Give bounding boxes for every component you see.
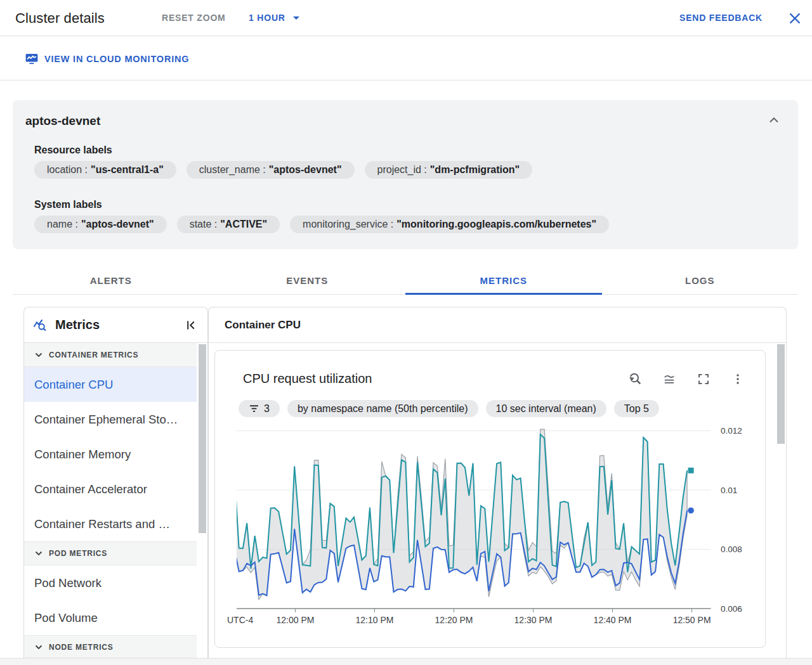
cpu-utilization-chart: 0.0060.0080.010.01212:00 PM12:10 PM12:20… xyxy=(215,351,766,649)
metric-content-panel: Container CPU CPU request utilization xyxy=(208,307,787,658)
x-axis-label: 12:10 PM xyxy=(356,615,394,625)
label-chip-name: name :"aptos-devnet" xyxy=(34,216,167,233)
minmax-band xyxy=(235,429,688,600)
metric-content-title: Container CPU xyxy=(225,319,301,332)
page-title: Cluster details xyxy=(15,10,105,27)
chevron-down-icon xyxy=(34,549,43,558)
time-range-dropdown[interactable]: 1 HOUR xyxy=(249,0,299,36)
metrics-item[interactable]: Container Restarts and … xyxy=(24,507,197,541)
label-chip-cluster_name: cluster_name :"aptos-devnet" xyxy=(187,161,355,179)
metrics-sidebar-header: Metrics xyxy=(24,307,207,343)
metrics-section-label: NODE METRICS xyxy=(49,643,114,652)
monitoring-link-row: VIEW IN CLOUD MONITORING xyxy=(0,37,812,81)
label-chip-value: "ACTIVE" xyxy=(220,219,267,230)
label-chip-key: name : xyxy=(47,219,78,230)
y-axis-label: 0.006 xyxy=(721,604,742,614)
view-in-cloud-monitoring-label: VIEW IN CLOUD MONITORING xyxy=(44,54,189,64)
label-chips-row: location :"us-central1-a"cluster_name :"… xyxy=(34,161,532,179)
x-axis-label: 12:00 PM xyxy=(277,615,315,625)
metrics-item[interactable]: Container Memory xyxy=(24,437,197,472)
send-feedback-button[interactable]: SEND FEEDBACK xyxy=(679,0,763,36)
metrics-sidebar-title: Metrics xyxy=(55,318,100,332)
metrics-section-header[interactable]: CONTAINER METRICS xyxy=(24,343,197,367)
x-axis-label: 12:20 PM xyxy=(435,615,473,625)
collapse-sidebar-button[interactable] xyxy=(184,318,198,332)
label-chip-key: monitoring_service : xyxy=(303,219,393,230)
label-chip-monitoring_service: monitoring_service :"monitoring.googleap… xyxy=(290,216,609,233)
label-chip-value: "dm-pcfmigration" xyxy=(430,164,520,176)
label-chip-value: "aptos-devnet" xyxy=(269,164,342,176)
collapse-card-button[interactable] xyxy=(766,113,782,128)
label-chip-value: "aptos-devnet" xyxy=(81,219,154,230)
x-axis-timezone-label: UTC-4 xyxy=(227,615,253,625)
metrics-sidebar: Metrics CONTAINER METRICSContainer CPUCo… xyxy=(23,307,208,658)
page-bottom-strip xyxy=(0,658,812,665)
series-end-marker-square xyxy=(688,468,694,474)
chevron-down-icon xyxy=(34,643,43,652)
cluster-name: aptos-devnet xyxy=(25,114,100,128)
x-axis-label: 12:30 PM xyxy=(514,615,553,625)
metrics-item[interactable]: Container Ephemeral Sto… xyxy=(24,402,197,437)
caret-down-icon xyxy=(293,16,299,20)
label-chip-key: cluster_name : xyxy=(199,164,266,176)
metrics-section-header[interactable]: NODE METRICS xyxy=(24,635,197,658)
metrics-item[interactable]: Pod Volume xyxy=(24,600,197,635)
y-axis-label: 0.01 xyxy=(721,486,737,495)
metrics-section-label: POD METRICS xyxy=(49,549,107,558)
close-icon xyxy=(787,10,803,27)
collapse-panel-icon xyxy=(184,318,198,332)
x-axis-label: 12:50 PM xyxy=(673,615,711,625)
label-chip-key: location : xyxy=(47,164,88,176)
y-axis-label: 0.012 xyxy=(721,426,742,436)
metrics-section-label: CONTAINER METRICS xyxy=(49,351,138,359)
metrics-explorer-icon xyxy=(32,318,48,333)
time-range-label: 1 HOUR xyxy=(249,13,285,23)
x-axis-label: 12:40 PM xyxy=(594,615,632,625)
tab-events[interactable]: EVENTS xyxy=(209,266,406,294)
label-chips-row: name :"aptos-devnet"state :"ACTIVE"monit… xyxy=(34,216,609,233)
label-group-title: System labels xyxy=(34,199,102,210)
tab-bar: ALERTSEVENTSMETRICSLOGS xyxy=(13,266,798,295)
cluster-summary-card: aptos-devnet Resource labelslocation :"u… xyxy=(13,100,798,249)
metrics-item[interactable]: Pod Network xyxy=(24,565,197,600)
monitoring-chart-icon xyxy=(25,53,38,65)
close-button[interactable] xyxy=(787,10,803,27)
tab-metrics[interactable]: METRICS xyxy=(405,266,602,294)
top-bar: Cluster details RESET ZOOM 1 HOUR SEND F… xyxy=(0,0,812,36)
label-chip-project_id: project_id :"dm-pcfmigration" xyxy=(365,161,533,179)
label-chip-state: state :"ACTIVE" xyxy=(177,216,280,233)
label-chip-value: "us-central1-a" xyxy=(91,164,164,176)
reset-zoom-button[interactable]: RESET ZOOM xyxy=(162,0,226,36)
cluster-details-page: Cluster details RESET ZOOM 1 HOUR SEND F… xyxy=(0,0,812,665)
metric-content-header: Container CPU xyxy=(209,307,786,343)
label-chip-location: location :"us-central1-a" xyxy=(34,161,176,179)
label-chip-key: project_id : xyxy=(377,164,427,176)
chevron-down-icon xyxy=(34,351,43,359)
view-in-cloud-monitoring-link[interactable]: VIEW IN CLOUD MONITORING xyxy=(25,37,189,81)
tab-logs[interactable]: LOGS xyxy=(602,266,799,294)
label-group-title: Resource labels xyxy=(34,145,112,156)
tab-alerts[interactable]: ALERTS xyxy=(13,266,209,294)
metrics-item[interactable]: Container Accelerator xyxy=(24,472,197,507)
metrics-list: CONTAINER METRICSContainer CPUContainer … xyxy=(24,343,197,658)
label-chip-value: "monitoring.googleapis.com/kubernetes" xyxy=(396,219,596,230)
metrics-item[interactable]: Container CPU xyxy=(24,367,197,402)
sidebar-scrollbar-thumb[interactable] xyxy=(199,344,206,533)
label-chip-key: state : xyxy=(190,219,218,230)
content-scrollbar-thumb[interactable] xyxy=(777,344,785,444)
chevron-up-icon xyxy=(766,113,782,128)
series-end-marker-circle xyxy=(688,507,694,513)
y-axis-label: 0.008 xyxy=(721,545,742,554)
metrics-section-header[interactable]: POD METRICS xyxy=(24,541,197,565)
chart-card: CPU request utilization xyxy=(214,350,766,648)
